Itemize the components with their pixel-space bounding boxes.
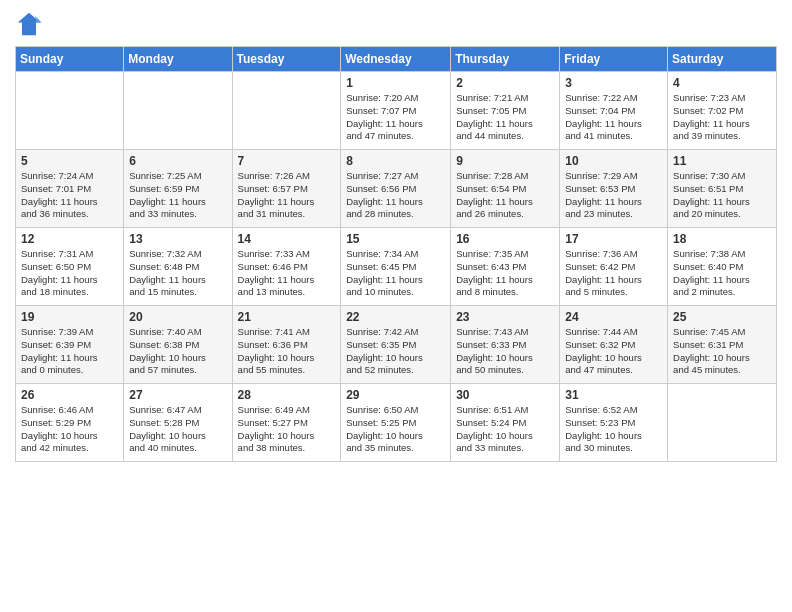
day-number: 14 bbox=[238, 232, 336, 246]
day-info: Sunrise: 6:47 AMSunset: 5:28 PMDaylight:… bbox=[129, 404, 226, 455]
calendar-header-thursday: Thursday bbox=[451, 47, 560, 72]
calendar-day-cell: 23Sunrise: 7:43 AMSunset: 6:33 PMDayligh… bbox=[451, 306, 560, 384]
logo-icon bbox=[15, 10, 43, 38]
day-number: 7 bbox=[238, 154, 336, 168]
calendar-day-cell: 29Sunrise: 6:50 AMSunset: 5:25 PMDayligh… bbox=[341, 384, 451, 462]
day-info: Sunrise: 7:25 AMSunset: 6:59 PMDaylight:… bbox=[129, 170, 226, 221]
logo bbox=[15, 10, 47, 38]
calendar-day-cell: 5Sunrise: 7:24 AMSunset: 7:01 PMDaylight… bbox=[16, 150, 124, 228]
calendar-day-cell: 10Sunrise: 7:29 AMSunset: 6:53 PMDayligh… bbox=[560, 150, 668, 228]
calendar-table: SundayMondayTuesdayWednesdayThursdayFrid… bbox=[15, 46, 777, 462]
day-info: Sunrise: 6:51 AMSunset: 5:24 PMDaylight:… bbox=[456, 404, 554, 455]
day-info: Sunrise: 7:30 AMSunset: 6:51 PMDaylight:… bbox=[673, 170, 771, 221]
calendar-day-cell: 13Sunrise: 7:32 AMSunset: 6:48 PMDayligh… bbox=[124, 228, 232, 306]
calendar-day-cell: 22Sunrise: 7:42 AMSunset: 6:35 PMDayligh… bbox=[341, 306, 451, 384]
day-number: 16 bbox=[456, 232, 554, 246]
svg-marker-0 bbox=[18, 13, 40, 35]
calendar-day-cell: 31Sunrise: 6:52 AMSunset: 5:23 PMDayligh… bbox=[560, 384, 668, 462]
page: SundayMondayTuesdayWednesdayThursdayFrid… bbox=[0, 0, 792, 477]
day-info: Sunrise: 7:39 AMSunset: 6:39 PMDaylight:… bbox=[21, 326, 118, 377]
day-number: 10 bbox=[565, 154, 662, 168]
day-number: 26 bbox=[21, 388, 118, 402]
day-number: 21 bbox=[238, 310, 336, 324]
calendar-week-row: 1Sunrise: 7:20 AMSunset: 7:07 PMDaylight… bbox=[16, 72, 777, 150]
day-number: 8 bbox=[346, 154, 445, 168]
day-info: Sunrise: 7:38 AMSunset: 6:40 PMDaylight:… bbox=[673, 248, 771, 299]
header bbox=[15, 10, 777, 38]
calendar-header-saturday: Saturday bbox=[668, 47, 777, 72]
calendar-day-cell bbox=[16, 72, 124, 150]
day-number: 30 bbox=[456, 388, 554, 402]
day-info: Sunrise: 7:34 AMSunset: 6:45 PMDaylight:… bbox=[346, 248, 445, 299]
day-info: Sunrise: 7:45 AMSunset: 6:31 PMDaylight:… bbox=[673, 326, 771, 377]
day-number: 28 bbox=[238, 388, 336, 402]
day-number: 9 bbox=[456, 154, 554, 168]
day-info: Sunrise: 7:29 AMSunset: 6:53 PMDaylight:… bbox=[565, 170, 662, 221]
day-number: 17 bbox=[565, 232, 662, 246]
calendar-day-cell: 6Sunrise: 7:25 AMSunset: 6:59 PMDaylight… bbox=[124, 150, 232, 228]
calendar-day-cell: 19Sunrise: 7:39 AMSunset: 6:39 PMDayligh… bbox=[16, 306, 124, 384]
day-number: 15 bbox=[346, 232, 445, 246]
day-number: 4 bbox=[673, 76, 771, 90]
calendar-day-cell: 20Sunrise: 7:40 AMSunset: 6:38 PMDayligh… bbox=[124, 306, 232, 384]
calendar-header-row: SundayMondayTuesdayWednesdayThursdayFrid… bbox=[16, 47, 777, 72]
calendar-day-cell: 9Sunrise: 7:28 AMSunset: 6:54 PMDaylight… bbox=[451, 150, 560, 228]
calendar-header-monday: Monday bbox=[124, 47, 232, 72]
day-info: Sunrise: 7:31 AMSunset: 6:50 PMDaylight:… bbox=[21, 248, 118, 299]
day-info: Sunrise: 7:22 AMSunset: 7:04 PMDaylight:… bbox=[565, 92, 662, 143]
day-number: 20 bbox=[129, 310, 226, 324]
day-info: Sunrise: 7:27 AMSunset: 6:56 PMDaylight:… bbox=[346, 170, 445, 221]
calendar-header-friday: Friday bbox=[560, 47, 668, 72]
day-info: Sunrise: 7:36 AMSunset: 6:42 PMDaylight:… bbox=[565, 248, 662, 299]
day-info: Sunrise: 7:23 AMSunset: 7:02 PMDaylight:… bbox=[673, 92, 771, 143]
calendar-day-cell: 30Sunrise: 6:51 AMSunset: 5:24 PMDayligh… bbox=[451, 384, 560, 462]
day-info: Sunrise: 7:33 AMSunset: 6:46 PMDaylight:… bbox=[238, 248, 336, 299]
day-info: Sunrise: 7:44 AMSunset: 6:32 PMDaylight:… bbox=[565, 326, 662, 377]
calendar-day-cell: 16Sunrise: 7:35 AMSunset: 6:43 PMDayligh… bbox=[451, 228, 560, 306]
day-number: 12 bbox=[21, 232, 118, 246]
calendar-day-cell: 24Sunrise: 7:44 AMSunset: 6:32 PMDayligh… bbox=[560, 306, 668, 384]
calendar-day-cell: 7Sunrise: 7:26 AMSunset: 6:57 PMDaylight… bbox=[232, 150, 341, 228]
day-number: 18 bbox=[673, 232, 771, 246]
day-info: Sunrise: 7:26 AMSunset: 6:57 PMDaylight:… bbox=[238, 170, 336, 221]
calendar-day-cell: 27Sunrise: 6:47 AMSunset: 5:28 PMDayligh… bbox=[124, 384, 232, 462]
day-number: 24 bbox=[565, 310, 662, 324]
day-number: 19 bbox=[21, 310, 118, 324]
calendar-day-cell: 8Sunrise: 7:27 AMSunset: 6:56 PMDaylight… bbox=[341, 150, 451, 228]
calendar-day-cell: 21Sunrise: 7:41 AMSunset: 6:36 PMDayligh… bbox=[232, 306, 341, 384]
calendar-day-cell: 12Sunrise: 7:31 AMSunset: 6:50 PMDayligh… bbox=[16, 228, 124, 306]
calendar-week-row: 26Sunrise: 6:46 AMSunset: 5:29 PMDayligh… bbox=[16, 384, 777, 462]
day-info: Sunrise: 6:50 AMSunset: 5:25 PMDaylight:… bbox=[346, 404, 445, 455]
day-number: 25 bbox=[673, 310, 771, 324]
day-number: 29 bbox=[346, 388, 445, 402]
day-number: 5 bbox=[21, 154, 118, 168]
day-number: 2 bbox=[456, 76, 554, 90]
calendar-day-cell: 3Sunrise: 7:22 AMSunset: 7:04 PMDaylight… bbox=[560, 72, 668, 150]
calendar-day-cell: 14Sunrise: 7:33 AMSunset: 6:46 PMDayligh… bbox=[232, 228, 341, 306]
day-number: 27 bbox=[129, 388, 226, 402]
day-info: Sunrise: 6:52 AMSunset: 5:23 PMDaylight:… bbox=[565, 404, 662, 455]
calendar-header-tuesday: Tuesday bbox=[232, 47, 341, 72]
day-info: Sunrise: 6:49 AMSunset: 5:27 PMDaylight:… bbox=[238, 404, 336, 455]
day-info: Sunrise: 7:42 AMSunset: 6:35 PMDaylight:… bbox=[346, 326, 445, 377]
calendar-day-cell: 11Sunrise: 7:30 AMSunset: 6:51 PMDayligh… bbox=[668, 150, 777, 228]
calendar-week-row: 5Sunrise: 7:24 AMSunset: 7:01 PMDaylight… bbox=[16, 150, 777, 228]
day-info: Sunrise: 7:41 AMSunset: 6:36 PMDaylight:… bbox=[238, 326, 336, 377]
day-info: Sunrise: 7:40 AMSunset: 6:38 PMDaylight:… bbox=[129, 326, 226, 377]
day-number: 22 bbox=[346, 310, 445, 324]
day-number: 11 bbox=[673, 154, 771, 168]
calendar-day-cell: 17Sunrise: 7:36 AMSunset: 6:42 PMDayligh… bbox=[560, 228, 668, 306]
calendar-day-cell: 4Sunrise: 7:23 AMSunset: 7:02 PMDaylight… bbox=[668, 72, 777, 150]
day-info: Sunrise: 7:35 AMSunset: 6:43 PMDaylight:… bbox=[456, 248, 554, 299]
calendar-day-cell: 15Sunrise: 7:34 AMSunset: 6:45 PMDayligh… bbox=[341, 228, 451, 306]
day-number: 1 bbox=[346, 76, 445, 90]
calendar-day-cell: 2Sunrise: 7:21 AMSunset: 7:05 PMDaylight… bbox=[451, 72, 560, 150]
calendar-day-cell: 18Sunrise: 7:38 AMSunset: 6:40 PMDayligh… bbox=[668, 228, 777, 306]
day-info: Sunrise: 6:46 AMSunset: 5:29 PMDaylight:… bbox=[21, 404, 118, 455]
day-number: 13 bbox=[129, 232, 226, 246]
calendar-day-cell bbox=[668, 384, 777, 462]
calendar-day-cell: 25Sunrise: 7:45 AMSunset: 6:31 PMDayligh… bbox=[668, 306, 777, 384]
calendar-header-wednesday: Wednesday bbox=[341, 47, 451, 72]
calendar-week-row: 12Sunrise: 7:31 AMSunset: 6:50 PMDayligh… bbox=[16, 228, 777, 306]
day-number: 23 bbox=[456, 310, 554, 324]
